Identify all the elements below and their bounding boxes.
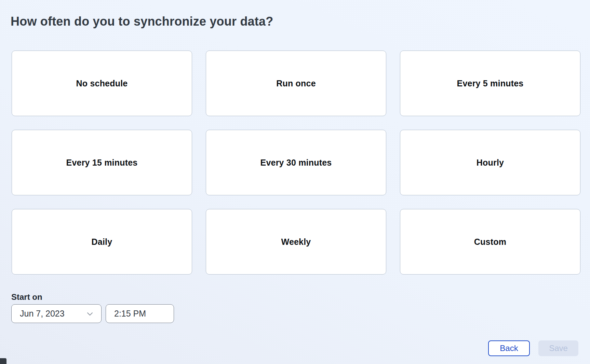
start-on-controls: Jun 7, 2023 (11, 304, 174, 323)
schedule-option-run-once[interactable]: Run once (206, 51, 386, 116)
start-time-input[interactable] (106, 304, 174, 323)
start-on-label: Start on (11, 292, 42, 302)
schedule-option-every-30-minutes[interactable]: Every 30 minutes (206, 130, 386, 195)
schedule-option-no-schedule[interactable]: No schedule (12, 51, 192, 116)
schedule-option-label: Hourly (477, 158, 504, 168)
save-button[interactable]: Save (538, 340, 578, 356)
schedule-option-hourly[interactable]: Hourly (400, 130, 580, 195)
footer-actions: Back Save (488, 340, 578, 356)
schedule-option-label: Every 5 minutes (457, 79, 524, 88)
chevron-down-icon (85, 309, 94, 318)
start-date-dropdown[interactable]: Jun 7, 2023 (11, 304, 102, 323)
schedule-option-label: No schedule (76, 79, 128, 88)
sync-schedule-page: How often do you to synchronize your dat… (0, 0, 590, 364)
partial-corner-element (0, 358, 6, 364)
start-date-value: Jun 7, 2023 (20, 309, 65, 319)
back-button[interactable]: Back (488, 340, 530, 356)
schedule-option-label: Daily (92, 237, 112, 247)
schedule-option-weekly[interactable]: Weekly (206, 209, 386, 275)
page-title: How often do you to synchronize your dat… (11, 14, 273, 29)
schedule-option-every-5-minutes[interactable]: Every 5 minutes (400, 51, 580, 116)
schedule-option-custom[interactable]: Custom (400, 209, 580, 275)
schedule-option-daily[interactable]: Daily (12, 209, 192, 275)
schedule-option-every-15-minutes[interactable]: Every 15 minutes (12, 130, 192, 195)
schedule-options-grid: No schedule Run once Every 5 minutes Eve… (12, 51, 580, 275)
schedule-option-label: Every 30 minutes (260, 158, 332, 168)
schedule-option-label: Run once (276, 79, 316, 88)
schedule-option-label: Custom (474, 237, 506, 247)
schedule-option-label: Every 15 minutes (66, 158, 138, 168)
schedule-option-label: Weekly (281, 237, 311, 247)
